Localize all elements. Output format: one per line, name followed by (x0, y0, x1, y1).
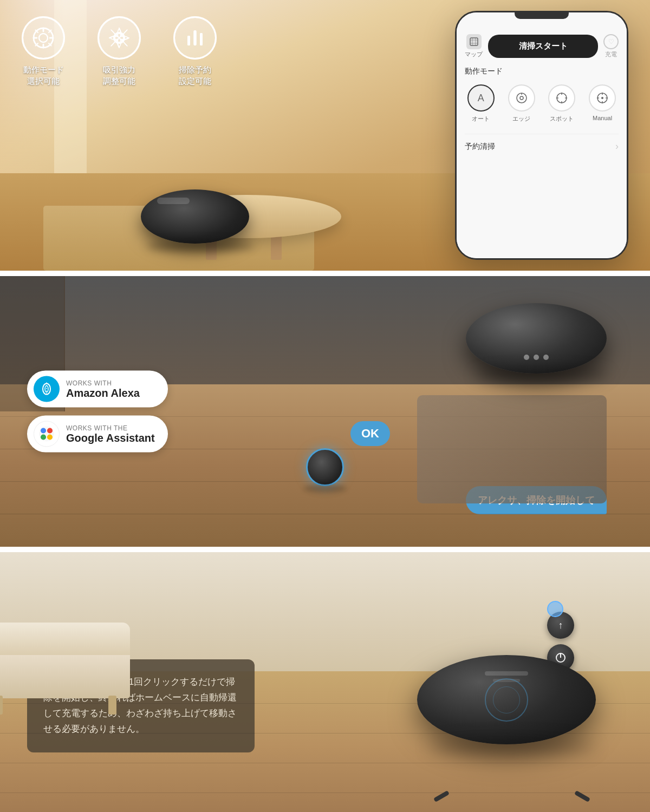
robot-dots (524, 355, 549, 360)
carpet (417, 395, 607, 503)
mode-edge[interactable]: エッジ (508, 84, 535, 123)
charge-label: 充電 (605, 50, 617, 58)
suction-icon-2 (98, 16, 141, 60)
svg-rect-9 (187, 36, 190, 45)
feature-mode-2: 動作モード選択可能 (22, 16, 65, 87)
phone-header: マップ 清掃スタート ♡ 充電 (465, 34, 619, 58)
google-icon (34, 421, 60, 447)
robot-vacuum-s1 (141, 189, 260, 260)
touch-indicator (547, 601, 563, 617)
svg-rect-12 (470, 38, 478, 45)
alexa-icon (34, 376, 60, 402)
schedule-icon-2 (173, 16, 217, 60)
feature-schedule-2: 掃除予約設定可能 (173, 16, 217, 87)
phone-map-btn[interactable]: マップ (465, 34, 483, 58)
svg-point-7 (39, 34, 48, 42)
feature-suction-2: 吸引強力調整可能 (98, 16, 141, 87)
start-cleaning-button[interactable]: 清掃スタート (488, 35, 598, 58)
mode-section: 動作モード A オート エッジ (465, 67, 619, 123)
svg-point-32 (41, 428, 46, 434)
svg-point-31 (39, 427, 54, 442)
mode-manual-label: Manual (593, 115, 612, 121)
svg-point-35 (47, 435, 53, 440)
gap-1-2 (0, 271, 650, 276)
echo-dot: OK (303, 448, 347, 493)
couch (0, 623, 135, 715)
alexa-works-with: WORKS WITH (66, 379, 140, 387)
section-auto: ↑ (0, 552, 650, 812)
feature-schedule-label-2: 掃除予約設定可能 (179, 64, 211, 87)
robot-btn-up-icon: ↑ (558, 620, 563, 631)
mode-manual[interactable]: Manual (589, 84, 616, 123)
schedule-label: 予約清掃 (465, 142, 495, 152)
alexa-badge: WORKS WITH Amazon Alexa (27, 371, 168, 408)
mode-spot-label: スポット (550, 115, 574, 123)
features-row-overlay: 動作モード選択可能 吸引強力調整可能 (22, 16, 217, 87)
mode-auto-label: オート (472, 115, 490, 123)
section-features: 動作モード 選択可能 吸引強力 調整可能 (0, 0, 650, 271)
mode-grid: A オート エッジ (465, 84, 619, 123)
chevron-icon: › (615, 141, 619, 152)
section-voice: OK アレクサ、掃除を開始して WORKS WITH Amazon Alexa (0, 276, 650, 547)
speaker-body (306, 448, 344, 486)
mode-spot-icon (548, 84, 575, 112)
svg-point-34 (41, 435, 46, 440)
svg-point-14 (520, 96, 523, 100)
alexa-badge-text: WORKS WITH Amazon Alexa (66, 379, 140, 399)
google-assistant-name: Google Assistant (66, 431, 155, 444)
alexa-name: Amazon Alexa (66, 387, 140, 399)
schedule-row[interactable]: 予約清掃 › (465, 134, 619, 159)
svg-rect-11 (200, 33, 203, 45)
feature-mode-label-2: 動作モード選択可能 (23, 64, 64, 87)
gap-2-3 (0, 547, 650, 552)
robot-body-s3 (417, 655, 596, 744)
mode-auto-icon: A (467, 84, 495, 112)
robot-vacuum-s3: ↑ (417, 655, 607, 807)
svg-rect-10 (194, 30, 197, 45)
mode-edge-icon (508, 84, 535, 112)
mode-manual-icon (589, 84, 616, 112)
google-works-with: WORKS WITH THE (66, 424, 155, 431)
mode-auto[interactable]: A オート (467, 84, 495, 123)
assistant-badges: WORKS WITH Amazon Alexa WORKS WITH THE G… (27, 371, 168, 453)
mode-title: 動作モード (465, 67, 619, 76)
google-badge: WORKS WITH THE Google Assistant (27, 416, 168, 453)
mode-icon-2 (22, 16, 65, 60)
feature-suction-label-2: 吸引強力調整可能 (103, 64, 135, 87)
mode-spot[interactable]: スポット (548, 84, 575, 123)
mode-edge-label: エッジ (512, 115, 530, 123)
google-badge-text: WORKS WITH THE Google Assistant (66, 424, 155, 444)
robot-vacuum-s2 (466, 303, 618, 411)
charge-btn[interactable]: ♡ 充電 (603, 34, 619, 58)
ok-bubble: OK (350, 421, 390, 446)
svg-point-33 (47, 428, 53, 434)
phone-mockup: マップ 清掃スタート ♡ 充電 動作モード A オート (455, 11, 628, 260)
charge-icon: ♡ (603, 34, 619, 49)
map-label: マップ (465, 50, 483, 58)
svg-point-26 (601, 97, 603, 99)
map-icon (466, 34, 482, 49)
